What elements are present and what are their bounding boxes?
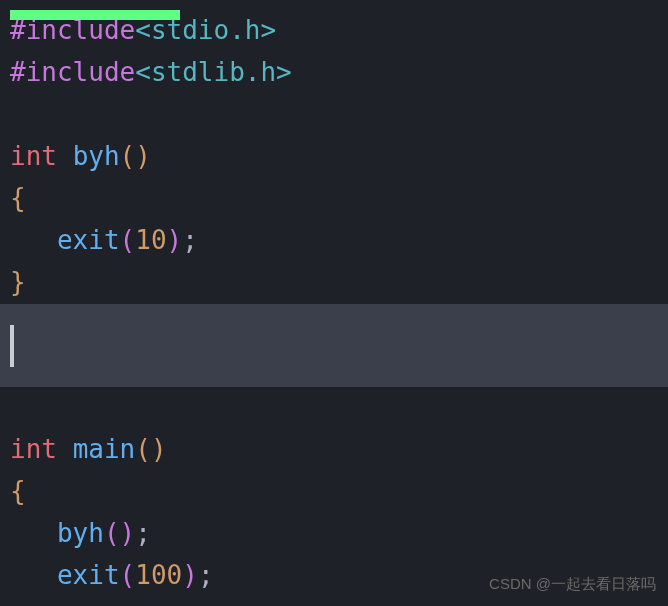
paren-open: ( (120, 555, 136, 597)
code-line-empty (10, 94, 668, 136)
function-name: byh (73, 136, 120, 178)
indent (10, 220, 57, 262)
brace-open: { (10, 178, 26, 220)
number-literal: 100 (135, 555, 182, 597)
paren-open: ( (120, 220, 136, 262)
paren-close: ) (151, 429, 167, 471)
number-literal: 10 (135, 220, 166, 262)
watermark-text: CSDN @一起去看日落吗 (489, 572, 656, 596)
code-line: int byh() (10, 136, 668, 178)
selection-highlight (10, 10, 180, 20)
code-line-empty (10, 387, 668, 429)
function-name: main (73, 429, 136, 471)
brace-close: } (10, 597, 26, 606)
indent (10, 513, 57, 555)
preprocessor-directive: #include (10, 52, 135, 94)
paren-close: ) (135, 136, 151, 178)
code-line: exit(10); (10, 220, 668, 262)
paren-open: ( (120, 136, 136, 178)
cursor (10, 325, 14, 367)
brace-close: } (10, 262, 26, 304)
function-call: exit (57, 555, 120, 597)
paren-open: ( (135, 429, 151, 471)
code-line: } (10, 262, 668, 304)
code-line: } (10, 597, 668, 606)
function-call: exit (57, 220, 120, 262)
paren-open: ( (104, 513, 120, 555)
semicolon: ; (135, 513, 151, 555)
code-editor[interactable]: #include<stdio.h> #include<stdlib.h> int… (0, 10, 668, 606)
paren-close: ) (182, 555, 198, 597)
brace-open: { (10, 471, 26, 513)
code-line: { (10, 178, 668, 220)
paren-close: ) (167, 220, 183, 262)
include-header: <stdlib.h> (135, 52, 292, 94)
current-line-highlight (0, 304, 668, 387)
code-line: int main() (10, 429, 668, 471)
code-line: { (10, 471, 668, 513)
code-line: byh(); (10, 513, 668, 555)
keyword-int: int (10, 429, 57, 471)
indent (10, 555, 57, 597)
semicolon: ; (198, 555, 214, 597)
function-call: byh (57, 513, 104, 555)
keyword-int: int (10, 136, 57, 178)
code-line: #include<stdlib.h> (10, 52, 668, 94)
semicolon: ; (182, 220, 198, 262)
paren-close: ) (120, 513, 136, 555)
